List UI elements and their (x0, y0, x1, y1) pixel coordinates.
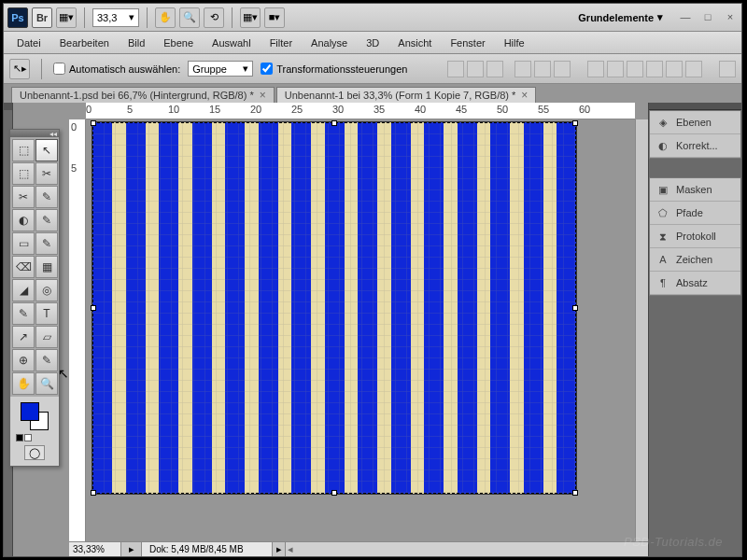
tool-button[interactable]: ▱ (35, 326, 58, 348)
status-arrow-icon[interactable]: ▸ (273, 542, 286, 556)
status-docsize[interactable]: Dok: 5,49 MB/8,45 MB (142, 542, 273, 556)
close-button[interactable]: × (723, 11, 738, 24)
distribute-icon[interactable] (587, 61, 604, 77)
color-swatches[interactable] (21, 402, 49, 430)
distribute-icon[interactable] (646, 61, 663, 77)
zoom-icon[interactable]: 🔍 (179, 7, 200, 28)
rotate-icon[interactable]: ⟲ (204, 7, 224, 28)
app-icon[interactable]: Ps (7, 7, 28, 28)
tool-button[interactable]: ✂ (12, 186, 35, 208)
tool-button[interactable]: ▭ (12, 232, 35, 255)
distribute-icon[interactable] (627, 61, 643, 77)
canvas[interactable] (92, 121, 577, 495)
tool-button[interactable]: ✂ (35, 162, 58, 185)
transform-handle[interactable] (572, 305, 578, 311)
transform-handle[interactable] (572, 120, 578, 126)
foreground-color[interactable] (21, 402, 39, 421)
menu-ebene[interactable]: Ebene (154, 35, 203, 51)
transform-handle[interactable] (91, 120, 96, 126)
status-zoom[interactable]: 33,33% (69, 542, 121, 556)
status-icon[interactable]: ▸ (121, 542, 142, 556)
move-tool-icon[interactable]: ↖▸ (9, 59, 30, 79)
collapse-icon[interactable]: ◂◂ (49, 130, 57, 138)
panel-para[interactable]: ¶Absatz (650, 272, 740, 295)
layout-dropdown[interactable]: ▦▾ (56, 7, 77, 28)
quickmask-button[interactable]: ◯ (24, 445, 45, 460)
tool-button[interactable]: ✎ (35, 209, 58, 231)
align-icon[interactable] (514, 61, 531, 77)
para-icon: ¶ (655, 276, 670, 289)
arrange-dropdown[interactable]: ▦▾ (240, 7, 261, 28)
tool-button[interactable]: ◎ (35, 279, 58, 301)
auto-align-icon[interactable] (719, 61, 736, 77)
transform-checkbox[interactable]: Transformationssteuerungen (261, 63, 407, 75)
maximize-button[interactable]: □ (700, 11, 715, 24)
transform-bounds[interactable] (92, 122, 576, 494)
screen-dropdown[interactable]: ■▾ (264, 7, 285, 28)
tool-button[interactable]: ◐ (12, 209, 35, 231)
menu-auswahl[interactable]: Auswahl (203, 35, 261, 51)
panel-mask[interactable]: ▣Masken (650, 178, 740, 202)
tool-button[interactable]: ⊕ (12, 349, 35, 371)
group-dropdown[interactable]: Gruppe▾ (188, 61, 253, 77)
align-icon[interactable] (467, 61, 484, 77)
history-icon: ⧗ (655, 230, 670, 243)
tool-button[interactable]: ↖ (35, 139, 58, 161)
zoom-input[interactable]: 33,3▾ (92, 8, 139, 27)
panel-history[interactable]: ⧗Protokoll (650, 225, 740, 248)
transform-handle[interactable] (331, 120, 337, 126)
transform-handle[interactable] (91, 305, 96, 311)
transform-handle[interactable] (91, 490, 96, 496)
menu-analyse[interactable]: Analyse (302, 35, 357, 51)
menu-3d[interactable]: 3D (357, 35, 388, 51)
tab-close-icon[interactable]: × (260, 90, 266, 101)
menu-fenster[interactable]: Fenster (441, 35, 494, 51)
tool-button[interactable]: ◢ (12, 279, 35, 301)
menu-ansicht[interactable]: Ansicht (388, 35, 441, 51)
tool-button[interactable]: ✎ (35, 186, 58, 208)
tool-button[interactable]: ▦ (35, 256, 58, 278)
menu-hilfe[interactable]: Hilfe (495, 35, 534, 51)
menu-datei[interactable]: Datei (7, 35, 50, 51)
tool-button[interactable]: ⌫ (12, 256, 35, 278)
distribute-icon[interactable] (607, 61, 624, 77)
panel-adjust[interactable]: ◐Korrekt... (650, 134, 740, 158)
scrollbar-vertical[interactable] (635, 119, 648, 541)
minimize-button[interactable]: — (678, 11, 693, 24)
panel-layers[interactable]: ◈Ebenen (650, 111, 740, 134)
workspace-dropdown[interactable]: Grundelemente ▾ (571, 9, 670, 25)
hand-icon[interactable]: ✋ (155, 7, 176, 28)
document-tab[interactable]: Unbenannt-1.psd bei 66,7% (Hintergrund, … (11, 87, 275, 103)
align-icon[interactable] (447, 61, 464, 77)
bridge-icon[interactable]: Br (32, 7, 52, 28)
panel-paths[interactable]: ⬠Pfade (650, 202, 740, 225)
panel-char[interactable]: AZeichen (650, 248, 740, 272)
align-icon[interactable] (486, 61, 503, 77)
tab-close-icon[interactable]: × (521, 90, 528, 101)
swap-colors-icon[interactable] (24, 434, 32, 441)
tool-button[interactable]: ⬚ (12, 162, 35, 185)
tool-button[interactable]: ✎ (35, 349, 58, 371)
align-icon[interactable] (534, 61, 551, 77)
tool-button[interactable]: 🔍 (35, 372, 58, 395)
menu-filter[interactable]: Filter (261, 35, 302, 51)
tool-button[interactable]: ✎ (35, 232, 58, 255)
scrollbar-horizontal[interactable]: ◂ (286, 542, 648, 556)
tool-button[interactable]: ✎ (12, 302, 35, 325)
default-colors-icon[interactable] (16, 434, 23, 441)
canvas-viewport[interactable] (86, 119, 635, 541)
autoselect-checkbox[interactable]: Automatisch auswählen: (53, 63, 180, 75)
menu-bild[interactable]: Bild (119, 35, 154, 51)
char-icon: A (655, 253, 670, 266)
transform-handle[interactable] (572, 490, 578, 496)
align-icon[interactable] (554, 61, 571, 77)
tool-button[interactable]: ✋ (12, 372, 35, 395)
transform-handle[interactable] (331, 490, 337, 496)
distribute-icon[interactable] (666, 61, 683, 77)
menu-bearbeiten[interactable]: Bearbeiten (50, 35, 119, 51)
document-tab[interactable]: Unbenannt-1 bei 33,3% (Form 1 Kopie 7, R… (276, 87, 537, 103)
tool-button[interactable]: ↗ (12, 326, 35, 348)
tool-button[interactable]: ⬚ (12, 139, 35, 161)
distribute-icon[interactable] (685, 61, 702, 77)
tool-button[interactable]: T (35, 302, 58, 325)
